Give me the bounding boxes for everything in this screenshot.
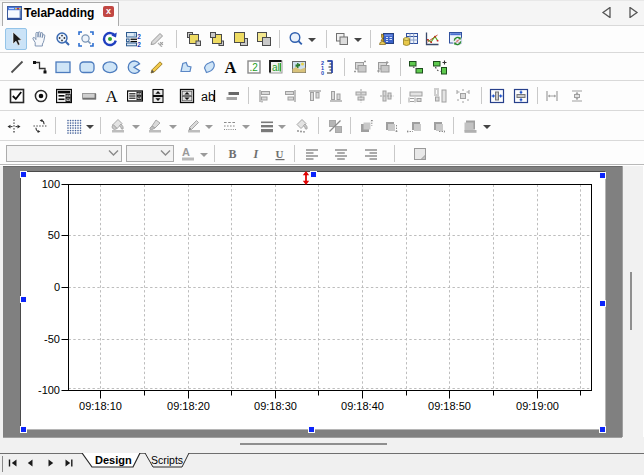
svg-text:A: A bbox=[225, 59, 237, 75]
svg-text:100: 100 bbox=[42, 178, 60, 190]
svg-text:A: A bbox=[182, 146, 190, 158]
svg-text:A: A bbox=[105, 88, 118, 104]
svg-text:I: I bbox=[253, 147, 260, 161]
svg-text:al: al bbox=[272, 62, 280, 73]
svg-text:50: 50 bbox=[48, 229, 60, 241]
svg-text:2: 2 bbox=[137, 41, 141, 48]
svg-text:2: 2 bbox=[137, 33, 141, 40]
svg-text:09:19:00: 09:19:00 bbox=[516, 400, 559, 412]
svg-text:Scripts: Scripts bbox=[151, 454, 183, 466]
svg-text:0: 0 bbox=[321, 70, 324, 75]
svg-text:-100: -100 bbox=[38, 384, 60, 396]
svg-text:09:18:40: 09:18:40 bbox=[341, 400, 384, 412]
svg-text:09:18:20: 09:18:20 bbox=[167, 400, 210, 412]
svg-text:.2: .2 bbox=[249, 62, 258, 73]
svg-text:09:18:30: 09:18:30 bbox=[254, 400, 297, 412]
svg-text:09:18:50: 09:18:50 bbox=[428, 400, 471, 412]
svg-text:-50: -50 bbox=[44, 333, 60, 345]
svg-text:09:18:10: 09:18:10 bbox=[79, 400, 122, 412]
svg-text:Design: Design bbox=[95, 454, 132, 466]
svg-text:U: U bbox=[276, 147, 284, 159]
svg-text:ab: ab bbox=[201, 89, 215, 103]
svg-text:0: 0 bbox=[54, 281, 60, 293]
svg-text:B: B bbox=[229, 147, 237, 161]
